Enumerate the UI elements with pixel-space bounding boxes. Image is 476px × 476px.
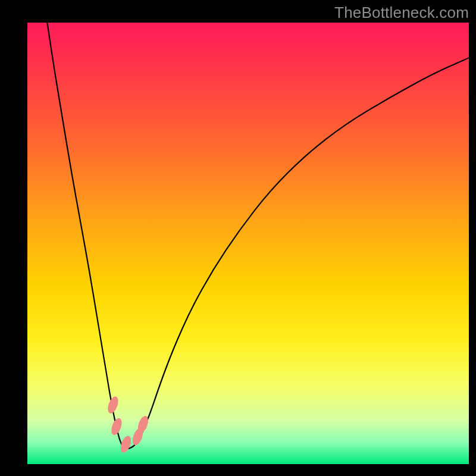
plot-area — [27, 23, 469, 464]
bottleneck-chart-svg — [27, 23, 469, 464]
watermark-text: TheBottleneck.com — [334, 4, 469, 22]
chart-frame: TheBottleneck.com — [0, 0, 476, 476]
gradient-background — [27, 23, 469, 464]
